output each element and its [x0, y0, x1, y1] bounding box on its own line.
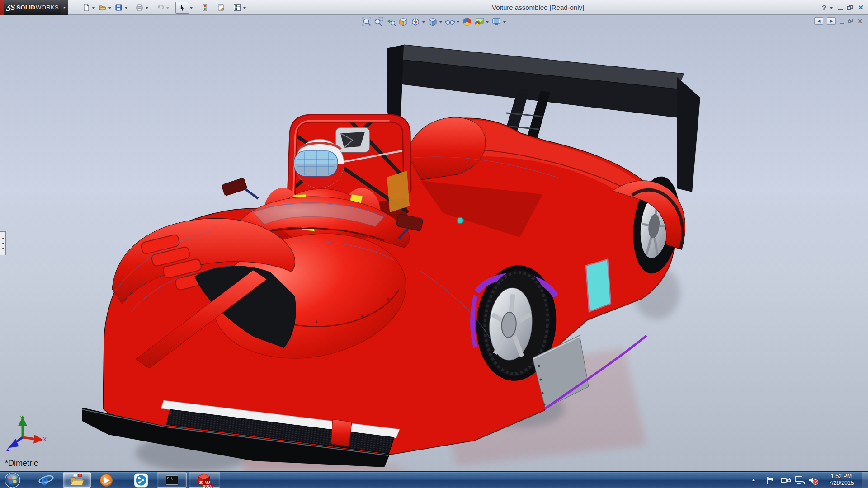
network-icon[interactable] — [795, 476, 806, 484]
close-button[interactable]: ✕ — [858, 4, 863, 12]
feature-manager-collapsed-tab[interactable]: ◂ ◂ ◂ — [0, 231, 6, 255]
apply-scene-caret[interactable] — [486, 21, 489, 24]
start-button[interactable] — [5, 472, 20, 488]
taskbar-clock[interactable]: 1:52 PM 7/28/2015 — [822, 473, 861, 487]
doc-minimize-button[interactable] — [840, 23, 844, 24]
apply-scene-button[interactable] — [474, 16, 485, 27]
options-dropdown-caret[interactable] — [243, 7, 246, 10]
command-prompt-icon: C:\_ — [166, 475, 178, 485]
display-style-button[interactable] — [427, 16, 438, 27]
cyan-fuel-cap — [457, 217, 463, 224]
power-plug-icon[interactable] — [781, 476, 791, 484]
taskbar-command-prompt[interactable]: C:\_ — [157, 472, 187, 488]
zoom-to-fit-button[interactable] — [361, 16, 372, 27]
undo-button[interactable] — [155, 2, 165, 14]
section-view-icon — [398, 17, 408, 27]
new-document-button[interactable] — [80, 2, 91, 14]
panel-arrow-icon: ◂ — [2, 236, 4, 240]
previous-view-icon — [386, 17, 396, 27]
edit-appearance-button[interactable] — [462, 16, 472, 27]
view-orientation-label: *Dimetric — [5, 459, 38, 468]
triad-z-label: Z — [6, 446, 9, 452]
zoom-to-area-button[interactable] — [373, 16, 384, 27]
file-properties-button[interactable] — [215, 2, 226, 14]
action-center-flag-icon[interactable] — [766, 476, 775, 484]
3ds-logo-mark: ƷS — [6, 4, 14, 12]
document-window-controls: ◀ ▶ ✕ — [814, 17, 863, 25]
panel-arrow-icon: ◂ — [2, 241, 4, 245]
open-button[interactable] — [97, 2, 108, 14]
hide-show-items-caret[interactable] — [457, 21, 459, 24]
view-settings-caret[interactable] — [503, 21, 506, 24]
save-dropdown-caret[interactable] — [125, 7, 127, 10]
apply-scene-icon — [474, 17, 484, 27]
sw-year: 2015 — [203, 483, 213, 488]
rebuild-button[interactable] — [199, 2, 210, 14]
logo-text-works: WORKS — [36, 4, 59, 11]
zoom-to-area-icon — [374, 17, 384, 27]
doc-restore-button[interactable] — [848, 19, 854, 23]
print-button[interactable] — [134, 2, 145, 14]
volume-muted-icon[interactable] — [808, 476, 819, 485]
eyeglasses-icon — [445, 17, 455, 27]
save-floppy-icon — [115, 4, 123, 11]
solidworks-window: ƷS SOLID WORKS ► — [0, 0, 868, 488]
help-dropdown-caret[interactable] — [830, 7, 833, 10]
model-voiture-assomblee[interactable] — [0, 15, 868, 471]
minimize-button[interactable] — [838, 9, 843, 10]
menu-expand-arrow[interactable]: ► — [61, 0, 68, 15]
select-dropdown-caret[interactable] — [190, 7, 193, 10]
solidworks-cube-icon: S W 2015 — [196, 472, 213, 488]
select-cursor-icon — [179, 4, 186, 11]
options-list-icon — [233, 4, 241, 11]
show-desktop-button[interactable] — [862, 472, 868, 488]
help-button[interactable]: ? — [822, 4, 826, 11]
show-hidden-icons-button[interactable]: ▲ — [751, 478, 755, 482]
taskbar-windows-explorer[interactable] — [63, 472, 91, 488]
restore-button[interactable] — [847, 5, 854, 10]
standard-toolbar — [80, 0, 247, 15]
open-folder-icon — [99, 4, 106, 11]
windows-start-icon — [5, 472, 20, 488]
sw-letter-s: S — [199, 480, 203, 485]
save-button[interactable] — [113, 2, 124, 14]
select-button[interactable] — [175, 2, 189, 14]
internet-explorer-icon: e — [38, 473, 55, 488]
options-button[interactable] — [231, 2, 242, 14]
print-dropdown-caret[interactable] — [146, 7, 148, 10]
doc-close-button[interactable]: ✕ — [857, 18, 863, 25]
taskbar-solidworks[interactable]: S W 2015 — [189, 472, 220, 488]
graphics-area[interactable]: ◀ ▶ ✕ ◂ ◂ ◂ Y X Z *Dimetric — [0, 15, 868, 471]
view-orientation-caret[interactable] — [422, 21, 425, 24]
hide-show-items-button[interactable] — [444, 16, 455, 27]
view-orientation-button[interactable] — [410, 16, 421, 27]
grille-divider — [331, 419, 352, 446]
view-settings-button[interactable] — [491, 16, 502, 27]
logo-text-solid: SOLID — [16, 4, 35, 11]
share-app-icon — [133, 473, 149, 488]
undo-dropdown-caret[interactable] — [166, 7, 169, 10]
cmd-prompt-text: C:\_ — [167, 477, 175, 480]
taskbar-share-app[interactable] — [132, 473, 150, 487]
previous-view-button[interactable] — [386, 16, 396, 27]
undo-icon — [156, 4, 164, 11]
cockpit-side-panel — [387, 171, 410, 212]
panel-arrow-icon: ◂ — [2, 246, 4, 250]
file-properties-icon — [217, 4, 225, 11]
new-document-icon — [82, 4, 90, 11]
clock-time: 1:52 PM — [822, 473, 861, 480]
collapse-left-button[interactable]: ◀ — [814, 17, 823, 25]
open-dropdown-caret[interactable] — [108, 7, 111, 10]
media-player-icon — [99, 473, 114, 488]
section-view-button[interactable] — [398, 16, 409, 27]
triad-y-label: Y — [20, 415, 24, 421]
taskbar-media-player[interactable] — [97, 473, 115, 487]
taskbar-internet-explorer[interactable]: e — [37, 473, 55, 487]
brand-accent-stripe — [0, 0, 4, 15]
display-style-caret[interactable] — [439, 21, 442, 24]
collapse-right-button[interactable]: ▶ — [827, 17, 836, 25]
new-dropdown-caret[interactable] — [92, 7, 95, 10]
windows-taskbar: e — [0, 471, 868, 488]
solidworks-logo: ƷS SOLID WORKS — [4, 0, 61, 15]
zoom-to-fit-icon — [362, 17, 372, 27]
